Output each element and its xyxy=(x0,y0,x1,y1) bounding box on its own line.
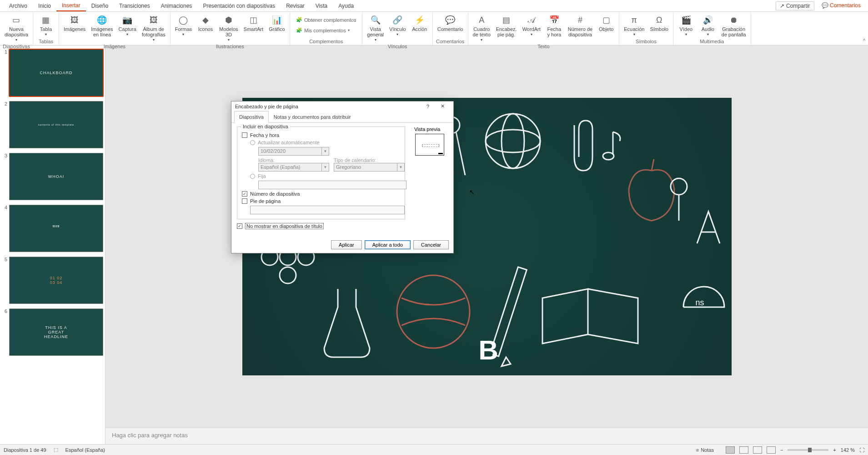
notes-toggle[interactable]: ≡ Notas xyxy=(696,447,714,453)
slide-number-button[interactable]: #Número de diapositiva xyxy=(566,14,594,38)
share-button[interactable]: ↗Compartir xyxy=(776,1,814,10)
tab-vista[interactable]: Vista xyxy=(310,1,333,11)
tab-insertar[interactable]: Insertar xyxy=(56,0,86,11)
action-button[interactable]: ⚡Acción xyxy=(410,14,430,33)
dont-show-title-checkbox[interactable] xyxy=(237,223,242,229)
flask-doodle-icon xyxy=(311,280,383,362)
dialog-help-button[interactable]: ? xyxy=(421,104,435,109)
tab-diseno[interactable]: Diseño xyxy=(86,1,114,11)
svg-point-8 xyxy=(502,114,524,168)
idioma-combo[interactable]: Español (España) ▼ xyxy=(258,163,329,172)
dialog-close-button[interactable]: ✕ xyxy=(435,103,450,109)
tab-transiciones[interactable]: Transiciones xyxy=(114,1,156,11)
tab-archivo[interactable]: Archivo xyxy=(4,1,33,11)
wordart-button[interactable]: 𝒜WordArt▾ xyxy=(521,14,542,38)
zoom-in-button[interactable]: + xyxy=(833,447,836,453)
apply-all-button[interactable]: Aplicar a todo xyxy=(365,240,411,249)
sorter-view-button[interactable] xyxy=(739,446,748,454)
online-images-button[interactable]: 🌐Imágenes en línea xyxy=(89,14,115,38)
link-icon: 🔗 xyxy=(392,15,403,25)
object-icon: ▢ xyxy=(601,15,612,25)
wordart-icon: 𝒜 xyxy=(526,15,537,25)
zoom-view-button[interactable]: 🔍Vista general▾ xyxy=(365,14,386,44)
new-slide-button[interactable]: ▭Nueva diapositiva▾ xyxy=(3,14,30,44)
language-status[interactable]: Español (España) xyxy=(65,447,105,453)
screen-recording-button[interactable]: ⏺Grabación de pantalla xyxy=(720,14,748,38)
date-time-checkbox[interactable] xyxy=(242,132,247,138)
auto-update-label: Actualizar automáticamente xyxy=(258,140,320,145)
footer-input[interactable] xyxy=(250,206,405,214)
collapse-ribbon-icon[interactable]: ^ xyxy=(863,38,865,43)
normal-view-button[interactable] xyxy=(726,446,735,454)
textbox-button[interactable]: ACuadro de texto▾ xyxy=(471,14,492,44)
slide-thumb-6[interactable]: THIS IS A GREAT HEADLINE xyxy=(9,308,103,356)
get-addins-button[interactable]: 🧩Obtener complementos xyxy=(293,15,359,24)
calendar-combo[interactable]: Gregoriano ▼ xyxy=(334,163,405,172)
smartart-button[interactable]: ◫SmartArt xyxy=(242,14,265,33)
header-footer-button[interactable]: ▤Encabez. pie pág. xyxy=(494,14,519,38)
cancel-button[interactable]: Cancelar xyxy=(413,240,449,249)
ns-text: ns xyxy=(695,298,704,308)
slide-thumb-2[interactable]: contents of this template xyxy=(9,101,103,148)
date-time-button[interactable]: 📅Fecha y hora xyxy=(544,14,564,38)
document-tabs: Archivo Inicio Insertar Diseño Transicio… xyxy=(0,0,868,12)
tab-presentacion[interactable]: Presentación con diapositivas xyxy=(197,1,281,11)
audio-button[interactable]: 🔊Audio▾ xyxy=(698,14,718,38)
ribbon: ▭Nueva diapositiva▾ Diapositivas ▦Tabla▾… xyxy=(0,12,868,46)
screenshot-button[interactable]: 📷Captura▾ xyxy=(117,14,138,38)
apply-button[interactable]: Aplicar xyxy=(331,240,362,249)
shapes-button[interactable]: ◯Formas▾ xyxy=(173,14,194,38)
auto-update-radio[interactable] xyxy=(250,140,255,145)
tab-animaciones[interactable]: Animaciones xyxy=(156,1,198,11)
zoom-level[interactable]: 142 % xyxy=(841,447,855,453)
slide-thumb-4[interactable]: "" xyxy=(9,205,103,252)
link-button[interactable]: 🔗Vínculo▾ xyxy=(387,14,408,38)
footer-checkbox[interactable] xyxy=(242,198,247,204)
tab-inicio[interactable]: Inicio xyxy=(33,1,56,11)
slide-thumb-1[interactable]: CHALKBOARD xyxy=(9,49,103,96)
idioma-label: Idioma: xyxy=(258,157,329,163)
slide-thumb-3[interactable]: WHOA! xyxy=(9,153,103,200)
zoom-slider[interactable] xyxy=(788,449,828,451)
video-button[interactable]: 🎬Vídeo▾ xyxy=(676,14,696,38)
letter-a-doodle-icon xyxy=(692,207,724,248)
symbol-button[interactable]: ΩSímbolo xyxy=(648,14,670,33)
header-footer-icon: ▤ xyxy=(501,15,512,25)
object-button[interactable]: ▢Objeto xyxy=(596,14,616,33)
images-button[interactable]: 🖼Imágenes xyxy=(62,14,87,33)
icons-button[interactable]: ◆Iconos xyxy=(196,14,216,33)
dialog-tab-slide[interactable]: Diapositiva xyxy=(234,111,269,123)
my-addins-button[interactable]: 🧩Mis complementos ▾ xyxy=(293,26,353,35)
accessibility-icon[interactable]: ⬚ xyxy=(54,447,58,453)
album-icon: 🖼 xyxy=(148,15,159,25)
svg-point-11 xyxy=(397,275,470,348)
slideshow-view-button[interactable] xyxy=(767,446,776,454)
group-label-complementos: Complementos xyxy=(293,39,359,45)
zoom-out-button[interactable]: − xyxy=(780,447,783,453)
3d-models-button[interactable]: ⬢Modelos 3D▾ xyxy=(217,14,240,44)
chart-button[interactable]: 📊Gráfico xyxy=(267,14,287,33)
fit-to-window-button[interactable]: ⛶ xyxy=(859,447,864,453)
cube-icon: ⬢ xyxy=(223,15,234,25)
comment-button[interactable]: 💬Comentario xyxy=(436,14,465,33)
equation-button[interactable]: πEcuación▾ xyxy=(622,14,646,38)
slide-thumb-5[interactable]: 01 02 03 04 xyxy=(9,257,103,304)
tab-revisar[interactable]: Revisar xyxy=(281,1,310,11)
tab-ayuda[interactable]: Ayuda xyxy=(333,1,359,11)
shapes-icon: ◯ xyxy=(178,15,189,25)
record-icon: ⏺ xyxy=(728,15,739,25)
slide-number-checkbox[interactable] xyxy=(242,191,247,197)
chevron-down-icon: ▼ xyxy=(321,147,329,155)
dialog-tab-handout[interactable]: Notas y documentos para distribuir xyxy=(269,111,356,123)
icons-icon: ◆ xyxy=(200,15,211,25)
slide-thumbnails[interactable]: 1CHALKBOARD 2contents of this template 3… xyxy=(0,46,105,444)
date-combo[interactable]: 10/02/2020 ▼ xyxy=(258,147,329,156)
comments-button[interactable]: 💬 Comentarios xyxy=(818,1,864,10)
photo-album-button[interactable]: 🖼Álbum de fotografías▾ xyxy=(140,14,167,44)
table-button[interactable]: ▦Tabla▾ xyxy=(36,14,56,38)
pi-icon: π xyxy=(629,15,640,25)
fixed-radio[interactable] xyxy=(250,174,255,179)
reading-view-button[interactable] xyxy=(753,446,762,454)
notes-placeholder[interactable]: Haga clic para agregar notas xyxy=(105,428,868,444)
fixed-date-input[interactable] xyxy=(258,181,406,189)
